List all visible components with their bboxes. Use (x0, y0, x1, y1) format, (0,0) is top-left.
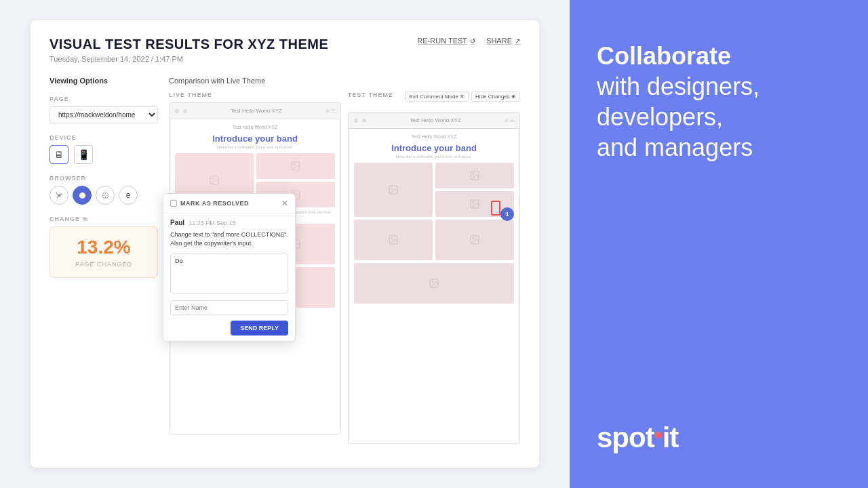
img-placeholder-icon (429, 278, 439, 289)
send-reply-btn[interactable]: SEND REPLY (231, 321, 288, 336)
test-browser-bar: Test Hello World XYZ ⊕ ☰ (349, 113, 519, 129)
svg-point-26 (432, 281, 433, 283)
img-placeholder-icon (290, 161, 301, 171)
test-theme-content: Test Hello World XYZ Introduce your band… (349, 129, 519, 443)
img-placeholder-icon (469, 170, 480, 181)
test-img-6 (354, 263, 514, 304)
browser-label: BROWSER (50, 175, 158, 182)
browser-dot-1 (175, 109, 179, 113)
safari-icon (101, 191, 110, 200)
live-band-subtitle: Describe a collection you'd love to feat… (175, 145, 335, 149)
edge-btn[interactable]: e (119, 186, 138, 205)
modal-close-btn[interactable]: ✕ (281, 199, 288, 207)
page-changed-label: PAGE CHANGED (60, 261, 148, 268)
test-img-4 (354, 220, 433, 260)
live-site-title: Test Hello World XYZ (175, 125, 335, 129)
exit-comment-btn[interactable]: Exit Comment Mode ✕ (405, 92, 469, 102)
firefox-btn[interactable] (73, 186, 92, 205)
main-card: VISUAL TEST RESULTS FOR XYZ THEME Tuesda… (31, 20, 539, 468)
browser-dot-4 (362, 119, 366, 123)
img-placeholder-icon (469, 199, 480, 209)
img-placeholder-icon (388, 184, 399, 195)
firefox-icon (78, 191, 87, 200)
headline-part3: developers, (597, 103, 723, 131)
brand-name-part2: it (663, 422, 679, 454)
right-panel: Collaborate with designers, developers, … (570, 0, 868, 488)
desktop-device-btn[interactable]: 🖥 (50, 145, 68, 164)
test-site-header: Test Hello World XYZ (354, 134, 514, 139)
test-band-title: Introduce your band (354, 143, 514, 153)
share-button[interactable]: SHARE ↗ (486, 37, 520, 45)
test-img-1 (354, 163, 433, 217)
resolve-row: MARK AS RESOLVED (170, 200, 249, 207)
img-placeholder-icon (469, 235, 480, 245)
sidebar: Viewing Options PAGE https://mackweldon/… (50, 77, 158, 444)
content-area: Viewing Options PAGE https://mackweldon/… (50, 77, 520, 444)
live-browser-icons: ⊕ ☰ (326, 108, 335, 114)
test-band-subtitle: Describe a collection you'd love to feat… (354, 155, 514, 159)
live-theme-label: LIVE THEME (169, 92, 341, 98)
brand-dot-icon (655, 432, 662, 439)
test-theme-column: TEST THEME Exit Comment Mode ✕ Hide Chan… (348, 92, 520, 444)
svg-point-22 (391, 238, 393, 239)
headline-text: Collaborate with designers, developers, … (597, 41, 760, 163)
modal-header: MARK AS RESOLVED ✕ (163, 194, 295, 214)
test-img-2 (435, 163, 514, 188)
mobile-device-btn[interactable]: 📱 (74, 145, 93, 164)
resolve-checkbox[interactable] (170, 200, 177, 207)
live-band-title: Introduce your band (175, 134, 335, 144)
comment-author-row: Paul 11:23 PM Sep 15 (170, 219, 288, 226)
comment-text: Change text to "and more COLLECTIONS". A… (170, 230, 288, 247)
headline-part1: Collaborate (597, 42, 731, 70)
resolve-label: MARK AS RESOLVED (180, 200, 249, 207)
browser-dot-2 (183, 109, 187, 113)
test-img-row-2 (354, 220, 514, 260)
comment-author: Paul (170, 219, 184, 226)
page-select[interactable]: https://mackweldon/home (50, 106, 158, 123)
send-reply-row: SEND REPLY (170, 321, 288, 336)
comment-modal: MARK AS RESOLVED ✕ Paul 11:23 PM Sep 15 … (163, 193, 296, 342)
rerun-icon: ↺ (470, 37, 475, 45)
rerun-button[interactable]: RE-RUN TEST ↺ (417, 37, 475, 45)
change-percent: 13.2% (60, 237, 148, 258)
test-img-5 (435, 220, 514, 260)
browser-dot-3 (354, 119, 358, 123)
page-subtitle: Tuesday, September 14, 2022 / 1:47 PM (50, 55, 520, 63)
comparison-panel: Comparison with Live Theme LIVE THEME Te… (169, 77, 520, 444)
change-label: CHANGE % (50, 216, 158, 222)
svg-point-4 (212, 178, 214, 180)
share-icon: ↗ (515, 37, 520, 45)
browser-options: e (50, 186, 158, 205)
comment-badge[interactable]: 1 (500, 207, 514, 221)
viewing-options-section: Viewing Options (50, 77, 158, 85)
reply-textarea[interactable] (170, 253, 288, 293)
viewing-options-label: Viewing Options (50, 77, 158, 85)
comment-time: 11:23 PM Sep 15 (189, 220, 236, 226)
edge-icon: e (126, 190, 131, 200)
svg-point-6 (294, 164, 295, 165)
test-img-grid-top (354, 163, 514, 217)
device-section: DEVICE 🖥 📱 (50, 134, 158, 164)
test-theme-actions: Exit Comment Mode ✕ Hide Changes ⊕ (405, 92, 520, 102)
img-placeholder-icon (388, 235, 399, 245)
header-actions: RE-RUN TEST ↺ SHARE ↗ (417, 37, 520, 45)
svg-point-20 (473, 202, 474, 203)
name-input[interactable] (170, 300, 288, 315)
page-section: PAGE https://mackweldon/home (50, 96, 158, 123)
safari-btn[interactable] (96, 186, 115, 205)
svg-point-24 (473, 238, 474, 239)
chrome-btn[interactable] (50, 186, 68, 205)
img-placeholder-icon (209, 175, 220, 186)
brand-name-part1: spot (597, 422, 654, 454)
diff-marker (491, 201, 500, 216)
modal-body: Paul 11:23 PM Sep 15 Change text to "and… (163, 214, 295, 341)
chrome-icon (55, 191, 64, 200)
svg-point-18 (473, 174, 474, 175)
hide-changes-btn[interactable]: Hide Changes ⊕ (471, 92, 520, 102)
svg-point-16 (391, 188, 393, 189)
change-section: CHANGE % 13.2% PAGE CHANGED (50, 216, 158, 278)
device-label: DEVICE (50, 134, 158, 141)
browser-section: BROWSER (50, 175, 158, 205)
brand-logo: spot it (597, 422, 678, 454)
comparison-title: Comparison with Live Theme (169, 77, 520, 85)
